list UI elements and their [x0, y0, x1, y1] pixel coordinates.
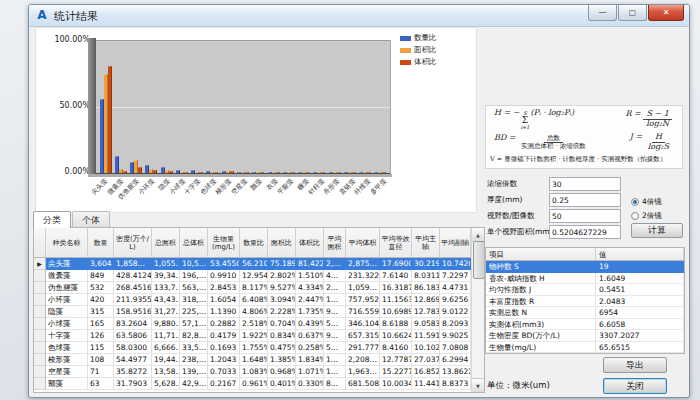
table-cell[interactable]: 0.1693	[208, 342, 240, 354]
table-cell[interactable]: 0.961%	[240, 378, 268, 390]
table-cell[interactable]: 0.4179	[208, 330, 240, 342]
table-cell[interactable]: 0.2167	[208, 378, 240, 390]
concentration-factor-input[interactable]	[549, 177, 621, 191]
table-cell[interactable]: 10.7420	[440, 258, 471, 270]
table-cell[interactable]: 532	[88, 282, 114, 294]
result-item-label[interactable]: 生物量(mg/L)	[486, 342, 596, 354]
row-selector[interactable]	[34, 330, 46, 342]
table-cell[interactable]: 0.834%	[268, 330, 296, 342]
result-item-label[interactable]: 丰富度指数 R	[486, 296, 596, 308]
table-cell[interactable]: 30.2197	[412, 258, 440, 270]
result-item-value[interactable]: 1.6049	[596, 273, 684, 285]
table-cell[interactable]: 6,666…	[152, 342, 180, 354]
tab-个体[interactable]: 个体	[72, 211, 110, 228]
table-cell[interactable]: 31.7903	[114, 378, 152, 390]
table-cell[interactable]: 1,858…	[114, 258, 152, 270]
table-cell[interactable]: 17.6900	[380, 258, 412, 270]
table-cell[interactable]: 86.1834	[412, 282, 440, 294]
table-cell[interactable]: 7.2297	[440, 270, 471, 282]
table-cell[interactable]: 0.968%	[268, 366, 296, 378]
table-cell[interactable]: 82,8…	[180, 330, 208, 342]
table-cell[interactable]: 33,5…	[180, 342, 208, 354]
table-cell[interactable]: 13.8622	[440, 366, 471, 378]
table-cell[interactable]: 2,208…	[346, 354, 380, 366]
table-cell[interactable]: 63.5806	[114, 330, 152, 342]
table-cell[interactable]: 39,34…	[152, 270, 180, 282]
table-cell[interactable]: 4.334%	[296, 282, 324, 294]
species-table[interactable]: 种类名称数量密度(万个/L)总面积总体积生物量(mg/L)数量比面积比体积比平均…	[34, 228, 471, 390]
table-cell[interactable]: 11.4413	[412, 378, 440, 390]
table-cell[interactable]: 71	[88, 366, 114, 378]
table-cell[interactable]: 238,…	[180, 354, 208, 366]
table-cell[interactable]: 3.094%	[268, 294, 296, 306]
table-cell[interactable]: 849	[88, 270, 114, 282]
table-cell[interactable]: 1.1390	[208, 306, 240, 318]
table-cell[interactable]: 尖头藻	[46, 258, 88, 270]
table-cell[interactable]: 11.5917	[412, 330, 440, 342]
table-cell[interactable]: 196,…	[180, 270, 208, 282]
table-cell[interactable]: 9.527%	[268, 282, 296, 294]
table-cell[interactable]: 2.228%	[268, 306, 296, 318]
result-item-value[interactable]: 2.0483	[596, 296, 684, 308]
row-selector[interactable]	[34, 354, 46, 366]
table-cell[interactable]: 1.385%	[268, 354, 296, 366]
table-cell[interactable]: 5…	[324, 318, 346, 330]
table-cell[interactable]: 2…	[324, 282, 346, 294]
close-button[interactable]: 关闭	[603, 378, 667, 394]
calculate-button[interactable]: 计算	[631, 223, 683, 238]
table-cell[interactable]: 9…	[324, 306, 346, 318]
table-cell[interactable]: 0.258%	[296, 342, 324, 354]
table-cell[interactable]: 126	[88, 330, 114, 342]
table-cell[interactable]: 7.0808	[440, 342, 471, 354]
table-cell[interactable]: 0.637%	[296, 330, 324, 342]
table-cell[interactable]: 9…	[324, 330, 346, 342]
result-item-value[interactable]: 65.6515	[596, 342, 684, 354]
table-cell[interactable]: 0.9910	[208, 270, 240, 282]
row-selector[interactable]	[34, 294, 46, 306]
table-cell[interactable]: 1,055…	[152, 258, 180, 270]
table-cell[interactable]: 12.8690	[412, 294, 440, 306]
table-cell[interactable]: 色球藻	[46, 342, 88, 354]
table-cell[interactable]: 隐藻	[46, 306, 88, 318]
table-cell[interactable]: 0.2882	[208, 318, 240, 330]
row-selector[interactable]	[34, 270, 46, 282]
table-cell[interactable]: 1…	[324, 294, 346, 306]
table-cell[interactable]: 11.1563	[380, 294, 412, 306]
table-cell[interactable]: 2.802%	[268, 270, 296, 282]
table-cell[interactable]: 1,059…	[346, 282, 380, 294]
table-cell[interactable]: 133,7…	[152, 282, 180, 294]
table-cell[interactable]: 158.9516	[114, 306, 152, 318]
table-cell[interactable]: 6.2994	[440, 354, 471, 366]
table-cell[interactable]: 1.510%	[296, 270, 324, 282]
table-cell[interactable]: 8.0311	[412, 270, 440, 282]
result-item-value[interactable]: 0.5451	[596, 284, 684, 296]
table-cell[interactable]: 9.0583	[412, 318, 440, 330]
table-cell[interactable]: 83.2604	[114, 318, 152, 330]
row-selector[interactable]	[34, 282, 46, 294]
table-cell[interactable]: 231.3228	[346, 270, 380, 282]
table-cell[interactable]: 10,5…	[180, 258, 208, 270]
table-cell[interactable]: 5,628…	[152, 378, 180, 390]
table-cell[interactable]: 2.8453	[208, 282, 240, 294]
table-cell[interactable]: 63	[88, 378, 114, 390]
scroll-down-icon[interactable]: ▼	[472, 378, 484, 392]
radio-lens-4x-icon[interactable]	[631, 198, 639, 206]
table-cell[interactable]: 657.3158	[346, 330, 380, 342]
table-cell[interactable]: 57,1…	[180, 318, 208, 330]
table-cell[interactable]: 2.447%	[296, 294, 324, 306]
table-cell[interactable]: 56.210%	[240, 258, 268, 270]
table-cell[interactable]: 9,880…	[152, 318, 180, 330]
table-cell[interactable]: 16.8523	[412, 366, 440, 378]
close-button[interactable]: ✕	[648, 5, 684, 21]
table-cell[interactable]: 2,…	[324, 258, 346, 270]
table-cell[interactable]: 0.7033	[208, 366, 240, 378]
minimize-button[interactable]: —	[588, 5, 617, 21]
table-cell[interactable]: 小环藻	[46, 294, 88, 306]
table-cell[interactable]: 7.6140	[380, 270, 412, 282]
result-item-value[interactable]: 3307.2027	[596, 330, 684, 342]
table-cell[interactable]: 53.4550	[208, 258, 240, 270]
table-cell[interactable]: 微囊藻	[46, 270, 88, 282]
table-cell[interactable]: 1.922%	[240, 330, 268, 342]
table-cell[interactable]: 420	[88, 294, 114, 306]
table-cell[interactable]: 757.9526	[346, 294, 380, 306]
